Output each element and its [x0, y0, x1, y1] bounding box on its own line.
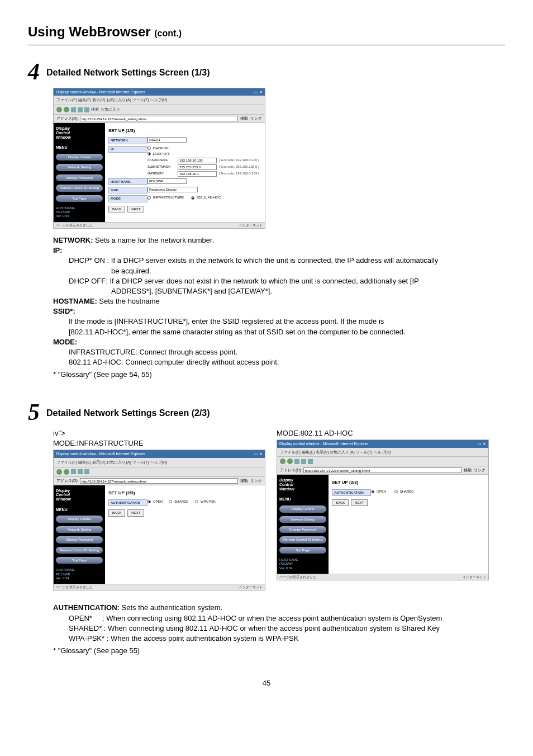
sidebar-item-top-page[interactable]: Top Page	[279, 547, 326, 554]
sidebar-item-network-setting[interactable]: Network Setting	[279, 516, 326, 523]
subnet-input[interactable]: 255.255.255.0	[178, 164, 217, 170]
step-number-4: 4	[28, 60, 40, 83]
back-icon[interactable]	[56, 107, 62, 112]
sidebar-item-network-setting[interactable]: Network Setting	[56, 526, 103, 533]
browser-toolbar: 検索 お気に入り	[54, 105, 265, 115]
network-input[interactable]: USER1	[147, 137, 187, 143]
ipaddr-input[interactable]: 192.168.10.100	[178, 158, 217, 163]
window-title: Display control window - Microsoft Inter…	[56, 89, 145, 95]
next-button[interactable]: NEXT	[127, 206, 144, 212]
step-4-heading: Detailed Network Settings Screen (1/3)	[46, 67, 210, 79]
mode-infra-radio[interactable]	[147, 196, 151, 200]
txt-wpa: When the access point authentication sys…	[108, 634, 298, 642]
lead-mode-infra: INFRASTRUCTURE:	[69, 348, 137, 356]
sidebar-item-top-page[interactable]: Top Page	[56, 195, 103, 202]
dhcp-off-radio[interactable]	[147, 152, 151, 155]
auth-open-radio-r[interactable]	[371, 490, 374, 493]
stop-icon[interactable]	[71, 107, 76, 112]
gateway-input[interactable]: 192.168.10.1	[178, 171, 217, 177]
go-button-r[interactable]: 移動	[464, 467, 472, 473]
lead-shared: SHARED* :	[69, 624, 106, 632]
txt-dhcp-off-1: If a DHCP server does not exist in the n…	[110, 277, 418, 285]
back-button-l[interactable]: BACK	[108, 509, 125, 516]
next-button-r[interactable]: NEXT	[351, 499, 368, 506]
screenshot-network-2-3-adhoc: Display control window - Microsoft Inter…	[277, 440, 489, 580]
setup-heading-l: SET UP (2/3)	[108, 490, 261, 496]
refresh-icon[interactable]	[78, 469, 83, 474]
setup-heading: SET UP (1/3)	[108, 127, 261, 134]
sidebar-item-remote-id[interactable]: Remote Control ID Setting	[56, 547, 103, 554]
home-icon[interactable]	[308, 459, 313, 464]
back-icon[interactable]	[280, 459, 285, 464]
auth-open-label-r: OPEN	[377, 489, 386, 494]
go-button-l[interactable]: 移動	[240, 478, 248, 484]
status-right: インターネット	[239, 223, 263, 228]
window-titlebar-r: Display control window - Microsoft Inter…	[277, 440, 488, 448]
step5-description: AUTHENTICATION: Sets the authentication …	[53, 603, 494, 656]
sidebar-item-change-password[interactable]: Change Password	[56, 174, 103, 181]
mode-adhoc-label: 802.11 AD-HOC	[197, 195, 221, 200]
links-label-l: リンク	[250, 478, 262, 484]
step4-description: NETWORK: Sets a name for the network num…	[53, 235, 494, 380]
stop-icon[interactable]	[71, 469, 76, 474]
forward-icon[interactable]	[64, 107, 69, 112]
refresh-icon[interactable]	[301, 459, 306, 464]
sidebar-item-remote-id[interactable]: Remote Control ID Setting	[56, 185, 103, 191]
auth-wpapsk-radio[interactable]	[195, 500, 198, 503]
sidebar-item-top-page[interactable]: Top Page	[56, 557, 103, 564]
window-controls-icon[interactable]: ▭ ✕	[254, 89, 263, 95]
sidebar-item-network-setting[interactable]: Network Setting	[56, 164, 103, 171]
back-icon[interactable]	[56, 469, 62, 475]
auth-shared-radio[interactable]	[169, 500, 172, 503]
sidebar-item-remote-id[interactable]: Remote Control ID Setting	[279, 536, 326, 543]
sidebar-menu-heading: MENU	[279, 497, 326, 502]
window-title-r: Display control window - Microsoft Inter…	[279, 441, 369, 447]
dhcp-on-radio[interactable]	[147, 147, 151, 150]
sidebar-item-change-password[interactable]: Change Password	[56, 536, 103, 543]
sidebar-item-display-control[interactable]: Display Control	[56, 516, 103, 522]
sidebar-item-change-password[interactable]: Change Password	[279, 526, 326, 533]
forward-icon[interactable]	[287, 459, 293, 464]
sidebar-item-display-control[interactable]: Display Control	[279, 505, 326, 512]
auth-shared-label: SHARED	[174, 499, 188, 504]
status-right-l: インターネット	[239, 585, 263, 589]
field-label-ssid: SSID	[108, 187, 147, 193]
window-title-l: Display control window - Microsoft Inter…	[56, 451, 145, 457]
lbl-ssid: SSID*:	[53, 307, 75, 315]
lead-mode-adhoc: 802.11 AD-HOC:	[69, 358, 123, 366]
screenshot-network-1-3: Display control window - Microsoft Inter…	[53, 88, 265, 229]
sidebar-item-display-control[interactable]: Display Control	[56, 154, 103, 160]
setup-heading-r: SET UP (2/3)	[332, 479, 485, 485]
form-panel-r: SET UP (2/3) AUTHENTICATION OPEN SHARED …	[329, 475, 488, 573]
hostname-input[interactable]: PD1SWP	[147, 178, 187, 184]
home-icon[interactable]	[84, 469, 89, 474]
ipaddr-hint: [ Example: 192.168.0.100 ]	[219, 158, 259, 162]
left-mode-label: MODE:INFRASTRUCTURE	[53, 438, 265, 448]
url-input-l[interactable]: http://169.254.14.227/network_setting.sh…	[80, 478, 238, 484]
sidebar-hostinfo: HOSTNAME PD1SWP Ver. 0.54	[56, 206, 103, 219]
refresh-icon[interactable]	[78, 107, 83, 112]
ssid-input[interactable]: Panasonic Display	[147, 187, 198, 192]
back-button-r[interactable]: BACK	[332, 499, 349, 506]
txt-dhcp-on-2: be acquired.	[111, 267, 151, 275]
window-controls-icon-l[interactable]: ▭ ✕	[254, 451, 263, 457]
go-button[interactable]: 移動	[240, 116, 248, 121]
step-number-5: 5	[28, 400, 40, 424]
window-controls-icon-r[interactable]: ▭ ✕	[478, 441, 486, 447]
mode-adhoc-radio[interactable]	[191, 196, 194, 200]
url-input-r[interactable]: http://169.254.14.227/network_setting.sh…	[303, 467, 461, 473]
step-5-heading: Detailed Network Settings Screen (2/3)	[46, 407, 210, 419]
auth-open-radio[interactable]	[147, 500, 151, 503]
stop-icon[interactable]	[294, 459, 299, 464]
lbl-mode: MODE:	[53, 338, 77, 346]
lbl-auth: AUTHENTICATION:	[53, 603, 120, 612]
forward-icon[interactable]	[64, 469, 69, 475]
lead-dhcp-on: DHCP* ON :	[69, 256, 111, 264]
home-icon[interactable]	[84, 107, 89, 112]
mode-infra-label: INFRASTRUCTURE	[153, 195, 184, 200]
auth-shared-radio-r[interactable]	[394, 490, 398, 493]
status-bar: ページが表示されました インターネット	[54, 222, 265, 228]
next-button-l[interactable]: NEXT	[127, 509, 144, 516]
url-input[interactable]: http://169.254.14.227/network_setting.sh…	[80, 116, 238, 121]
back-button[interactable]: BACK	[108, 206, 125, 212]
